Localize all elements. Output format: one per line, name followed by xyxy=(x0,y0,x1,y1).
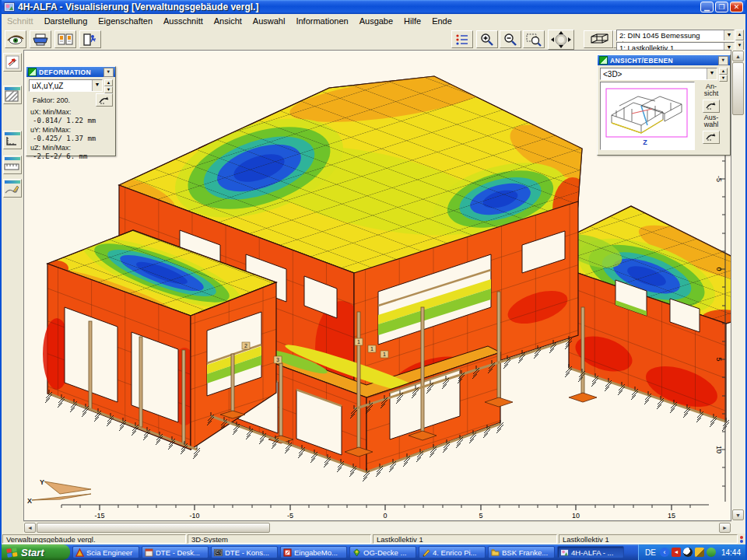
wireframe-preview-icon: Z xyxy=(601,82,693,148)
tray-volume-icon[interactable]: ◂ xyxy=(672,548,681,557)
menu-ausschnitt[interactable]: Ausschnitt xyxy=(158,15,209,27)
print-button[interactable] xyxy=(30,30,51,48)
svg-text:5: 5 xyxy=(479,512,482,520)
ansicht-label: An- sicht xyxy=(704,83,719,98)
view-selector-combo[interactable]: <3D> ▼ xyxy=(600,68,717,80)
scroll-right-button[interactable]: ► xyxy=(719,523,731,533)
task-bsk-folder[interactable]: BSK Franke... xyxy=(488,546,555,558)
taskbar: Start Scia Engineer DTE - Desk... C:\ DT… xyxy=(2,544,745,560)
uz-label: uZ: Min/Max: xyxy=(30,144,111,152)
menu-ausgabe[interactable]: Ausgabe xyxy=(354,15,398,27)
restore-button[interactable]: ❐ xyxy=(715,2,728,12)
window-titlebar: 4H-ALFA - Visualisierung [Verwaltungsgeb… xyxy=(2,0,745,14)
hatch-panel-button[interactable] xyxy=(3,86,22,104)
vertical-scroll-thumb[interactable] xyxy=(732,62,744,115)
design-code-combo[interactable]: 2: DIN 1045 Bemessung ▼ xyxy=(616,30,735,41)
deformation-panel-title: DEFORMATION xyxy=(39,68,91,76)
menu-auswahl[interactable]: Auswahl xyxy=(247,15,291,27)
menu-informationen[interactable]: Informationen xyxy=(290,15,353,27)
task-eingabemodul[interactable]: EingabeMo... xyxy=(280,546,347,558)
view-3d-button[interactable] xyxy=(584,30,613,48)
task-dte-konsole[interactable]: C:\ DTE - Kons... xyxy=(211,546,278,558)
exit-button[interactable] xyxy=(79,30,101,48)
svg-text:10: 10 xyxy=(572,512,580,520)
tray-messenger-icon[interactable] xyxy=(707,548,716,557)
scroll-up-button[interactable]: ▲ xyxy=(732,51,744,61)
vertical-scrollbar[interactable]: ▲ ▼ xyxy=(731,50,745,534)
axes-icon xyxy=(4,135,19,148)
display-list-button[interactable] xyxy=(451,30,473,48)
menu-schnitt[interactable]: Schnitt xyxy=(2,15,39,27)
minimize-button[interactable]: ▁ xyxy=(700,2,714,12)
task-enrico[interactable]: 4. Enrico Pi... xyxy=(419,546,486,558)
scroll-left-button[interactable]: ◄ xyxy=(24,523,36,533)
view-preview[interactable]: Z xyxy=(600,82,695,150)
task-label: 4. Enrico Pi... xyxy=(433,548,477,557)
apply-arrow-icon xyxy=(706,133,717,141)
close-button[interactable]: ✕ xyxy=(730,2,743,12)
pan-control[interactable] xyxy=(548,30,574,50)
deformation-component-combo[interactable]: uX,uY,uZ ▼ xyxy=(29,79,103,92)
edit-pointer-button[interactable] xyxy=(3,53,22,72)
svg-text:0: 0 xyxy=(383,512,387,520)
chevron-down-icon[interactable]: ▼ xyxy=(92,80,102,91)
menu-eigenschaften[interactable]: Eigenschaften xyxy=(93,15,158,27)
view-levels-panel: ANSICHT/EBENEN ▾ <3D> ▼ ▲▼ xyxy=(597,54,731,156)
axes-panel-button[interactable] xyxy=(3,131,22,149)
ruler-panel-button[interactable] xyxy=(3,156,22,174)
panel-icon xyxy=(599,56,608,65)
view-panel-titlebar[interactable]: ANSICHT/EBENEN ▾ xyxy=(598,55,730,65)
ansicht-button[interactable] xyxy=(703,100,720,113)
view-spinner[interactable]: ▲▼ xyxy=(719,68,728,80)
menu-ende[interactable]: Ende xyxy=(426,15,458,27)
deformation-spinner[interactable]: ▲▼ xyxy=(104,79,113,92)
zoom-window-button[interactable] xyxy=(523,30,545,48)
zoom-window-icon xyxy=(526,33,542,47)
loadcase-spinner[interactable]: ▲▼ xyxy=(735,30,744,51)
status-system: 3D-System xyxy=(188,534,371,544)
menu-bar: Schnitt Darstellung Eigenschaften Aussch… xyxy=(2,14,745,29)
chevron-down-icon[interactable]: ▼ xyxy=(707,68,717,79)
start-button[interactable]: Start xyxy=(2,544,70,560)
view-options-button[interactable] xyxy=(5,30,26,48)
sketch-panel-button[interactable] xyxy=(3,179,22,198)
svg-text:-5: -5 xyxy=(287,512,293,520)
axis-y-label: Y xyxy=(40,478,44,486)
tray-collapse-icon[interactable]: ‹ xyxy=(660,548,669,557)
chevron-down-icon[interactable]: ▼ xyxy=(724,30,734,40)
scroll-down-button[interactable]: ▼ xyxy=(732,509,744,520)
tray-disc-icon[interactable] xyxy=(683,548,693,557)
auswahl-button[interactable] xyxy=(703,131,720,144)
axis-triad: Y X xyxy=(27,478,91,505)
status-loadcase-2: Lastkollektiv 1 xyxy=(559,534,738,544)
task-dte-desk[interactable]: DTE - Desk... xyxy=(142,546,209,558)
horizontal-scroll-thumb[interactable] xyxy=(37,523,270,533)
task-og-decke[interactable]: OG-Decke ... xyxy=(349,546,416,558)
deformation-panel-titlebar[interactable]: DEFORMATION ▾ xyxy=(26,67,115,77)
svg-text:5: 5 xyxy=(715,357,723,361)
horizontal-scrollbar[interactable]: ◄ ► xyxy=(23,521,731,534)
apply-factor-button[interactable] xyxy=(96,93,113,107)
panel-strip xyxy=(5,157,20,160)
menu-hilfe[interactable]: Hilfe xyxy=(398,15,426,27)
eye-icon xyxy=(7,34,24,45)
zoom-out-button[interactable] xyxy=(500,30,521,48)
sketch-pen-icon xyxy=(4,184,19,195)
svg-text:0: 0 xyxy=(715,267,723,271)
menu-darstellung[interactable]: Darstellung xyxy=(39,15,93,27)
task-label: Scia Engineer xyxy=(86,548,132,557)
menu-ansicht[interactable]: Ansicht xyxy=(209,15,247,27)
language-indicator[interactable]: DE xyxy=(645,548,656,557)
zoom-in-button[interactable] xyxy=(476,30,498,48)
factor-label: Faktor: 200. xyxy=(33,96,92,104)
panel-minimize-button[interactable]: ▾ xyxy=(103,68,114,77)
help-book-button[interactable] xyxy=(54,30,76,48)
task-4h-alfa[interactable]: 4H-ALFA - ... xyxy=(557,546,624,558)
tray-pencil-icon[interactable] xyxy=(695,548,704,557)
view-selector-value: <3D> xyxy=(601,70,707,79)
status-resize-dots xyxy=(738,534,745,544)
panel-minimize-button[interactable]: ▾ xyxy=(718,56,728,65)
task-scia-engineer[interactable]: Scia Engineer xyxy=(72,546,139,558)
main-toolbar: ▼ 2: DIN 1045 Bemessung ▼ 1: Lastkollekt… xyxy=(2,28,745,50)
viewport-canvas[interactable]: 2 3 1 1 1 Y X -15 xyxy=(23,50,731,521)
